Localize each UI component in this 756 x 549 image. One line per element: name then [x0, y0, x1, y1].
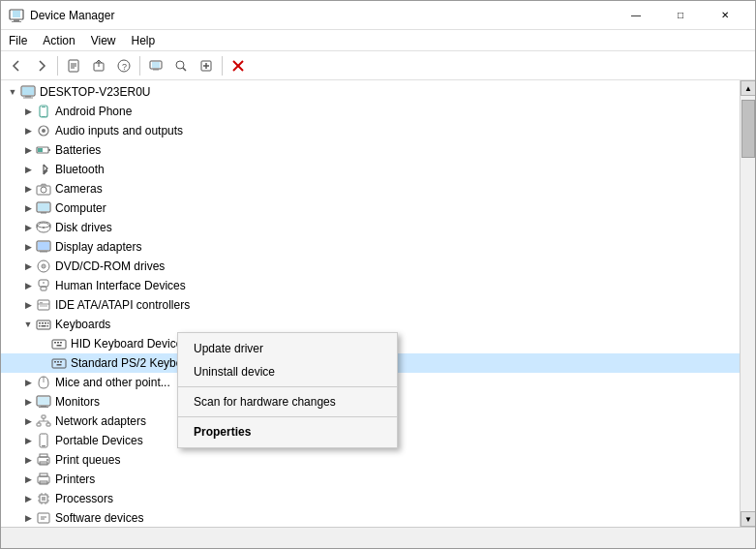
- network-icon: [36, 413, 51, 429]
- svg-rect-82: [46, 423, 50, 426]
- minimize-button[interactable]: —: [614, 1, 658, 30]
- tree-root[interactable]: ▼ DESKTOP-V23ER0U: [1, 82, 740, 102]
- ctx-properties[interactable]: Properties: [178, 420, 397, 443]
- network-label: Network adapters: [55, 414, 146, 428]
- print-queues-icon: [36, 452, 51, 468]
- expand-android[interactable]: ▶: [20, 104, 36, 119]
- expand-processors[interactable]: ▶: [20, 491, 36, 506]
- tree-view[interactable]: ▼ DESKTOP-V23ER0U ▶: [1, 80, 740, 527]
- tree-item-batteries[interactable]: ▶ Batteries: [1, 140, 740, 160]
- expand-portable[interactable]: ▶: [20, 433, 36, 448]
- expand-disk[interactable]: ▶: [20, 220, 36, 235]
- status-bar: [1, 527, 755, 548]
- ide-icon: [36, 297, 51, 313]
- tree-item-cameras[interactable]: ▶ Cameras: [1, 179, 740, 198]
- expand-print-queues[interactable]: ▶: [20, 452, 36, 468]
- svg-rect-58: [42, 322, 44, 324]
- tree-item-processors[interactable]: ▶ Processors: [1, 489, 740, 508]
- svg-rect-44: [38, 242, 49, 250]
- add-hardware-button[interactable]: [195, 54, 218, 77]
- toolbar-sep-1: [57, 56, 58, 76]
- tree-item-keyboards[interactable]: ▼ Keyboards: [1, 315, 740, 334]
- expand-hid[interactable]: ▶: [20, 278, 36, 293]
- expand-network[interactable]: ▶: [20, 413, 36, 429]
- expand-software[interactable]: ▶: [20, 510, 36, 526]
- help-button[interactable]: ?: [112, 54, 136, 77]
- scroll-down-arrow[interactable]: ▼: [741, 511, 755, 527]
- svg-point-34: [41, 187, 46, 193]
- expand-bluetooth[interactable]: ▶: [20, 162, 36, 177]
- monitors-label: Monitors: [55, 395, 100, 409]
- device-manager-button[interactable]: [144, 54, 167, 77]
- svg-rect-79: [39, 407, 48, 408]
- tree-item-hid[interactable]: ▶ Human Interface Devices: [1, 276, 740, 295]
- forward-button[interactable]: [30, 54, 53, 77]
- tree-item-android[interactable]: ▶ Android Phone: [1, 102, 740, 121]
- svg-rect-97: [42, 497, 45, 501]
- svg-rect-1: [13, 11, 20, 17]
- scroll-thumb[interactable]: [741, 100, 755, 158]
- expand-monitors[interactable]: ▶: [20, 394, 36, 410]
- vertical-scrollbar[interactable]: ▲ ▼: [740, 80, 755, 527]
- scroll-track[interactable]: [741, 96, 755, 511]
- menu-help[interactable]: Help: [124, 30, 164, 50]
- expand-batteries[interactable]: ▶: [20, 142, 36, 158]
- svg-rect-67: [60, 342, 62, 344]
- expand-printers[interactable]: ▶: [20, 472, 36, 487]
- bluetooth-label: Bluetooth: [55, 163, 105, 176]
- ctx-uninstall-device[interactable]: Uninstall device: [178, 360, 397, 383]
- maximize-button[interactable]: □: [658, 1, 703, 30]
- expand-keyboards[interactable]: ▼: [20, 317, 36, 332]
- expand-root[interactable]: ▼: [5, 84, 20, 100]
- ctx-update-driver[interactable]: Update driver: [178, 337, 397, 360]
- scan-hardware-button[interactable]: [169, 54, 193, 77]
- expand-display[interactable]: ▶: [20, 239, 36, 255]
- tree-item-computer[interactable]: ▶ Computer: [1, 198, 740, 218]
- tree-item-print-queues[interactable]: ▶ Print queues: [1, 450, 740, 470]
- expand-mice[interactable]: ▶: [20, 375, 36, 390]
- tree-item-disk[interactable]: ▶ Disk drives: [1, 218, 740, 237]
- tree-item-ide[interactable]: ▶ IDE ATA/ATAPI controllers: [1, 295, 740, 315]
- mouse-icon: [36, 375, 51, 390]
- scroll-up-arrow[interactable]: ▲: [741, 80, 755, 96]
- svg-rect-88: [42, 445, 45, 446]
- svg-text:?: ?: [122, 62, 127, 72]
- window-title: Device Manager: [30, 9, 114, 22]
- computer-device-icon: [36, 200, 51, 216]
- toolbar-sep-2: [139, 56, 140, 76]
- svg-rect-64: [52, 340, 66, 349]
- svg-rect-90: [40, 454, 47, 457]
- menu-action[interactable]: Action: [35, 30, 82, 50]
- keyboards-label: Keyboards: [55, 318, 110, 331]
- menu-view[interactable]: View: [83, 30, 124, 50]
- computer-icon: [20, 84, 36, 100]
- expand-cameras[interactable]: ▶: [20, 181, 36, 197]
- print-queues-label: Print queues: [55, 453, 120, 467]
- svg-point-48: [43, 265, 45, 267]
- uninstall-button[interactable]: [227, 54, 250, 77]
- expand-ide[interactable]: ▶: [20, 297, 36, 313]
- tree-item-dvd[interactable]: ▶ DVD/CD-ROM drives: [1, 257, 740, 276]
- update-driver-button[interactable]: [87, 54, 110, 77]
- tree-item-audio[interactable]: ▶ Audio inputs and outputs: [1, 121, 740, 140]
- properties-button[interactable]: [62, 54, 85, 77]
- expand-dvd[interactable]: ▶: [20, 259, 36, 274]
- svg-rect-106: [38, 513, 49, 523]
- menu-file[interactable]: File: [1, 30, 35, 50]
- keyboard-icon: [36, 317, 51, 332]
- tree-item-bluetooth[interactable]: ▶ Bluetooth: [1, 160, 740, 179]
- title-bar-left: Device Manager: [9, 8, 114, 23]
- tree-item-display[interactable]: ▶ Display adapters: [1, 237, 740, 257]
- svg-rect-24: [23, 98, 33, 99]
- ctx-scan-hardware[interactable]: Scan for hardware changes: [178, 390, 397, 413]
- back-button[interactable]: [5, 54, 28, 77]
- close-button[interactable]: ✕: [703, 1, 747, 30]
- expand-audio[interactable]: ▶: [20, 123, 36, 138]
- svg-point-14: [176, 61, 184, 69]
- tree-item-software[interactable]: ▶ Software devices: [1, 508, 740, 527]
- expand-computer[interactable]: ▶: [20, 200, 36, 216]
- svg-rect-50: [41, 287, 46, 290]
- tree-item-printers[interactable]: ▶ Printers: [1, 470, 740, 489]
- ps2-keyboard-icon: [51, 355, 67, 371]
- svg-rect-73: [57, 364, 62, 366]
